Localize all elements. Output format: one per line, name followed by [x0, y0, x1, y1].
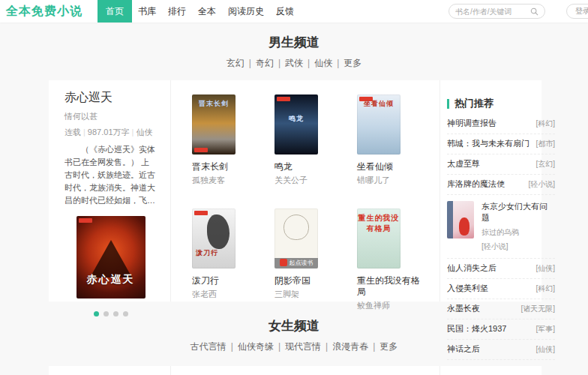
hot-item-title: 神话之后: [447, 344, 480, 355]
category-link[interactable]: 古代言情: [190, 341, 226, 352]
category-link[interactable]: 仙侠奇缘: [238, 341, 274, 352]
featured-book-cover[interactable]: 赤心巡天: [76, 216, 146, 298]
hot-item-tag: [轻小说]: [528, 179, 555, 190]
book-cover[interactable]: 晋末长剑: [192, 94, 236, 154]
hot-item-info: 东京少女们大有问题 掠过的乌鸦 [轻小说]: [482, 201, 555, 252]
hot-item[interactable]: 库洛牌的魔法使 [轻小说]: [447, 175, 555, 195]
book-cover[interactable]: 重生的我没有格局: [357, 208, 400, 268]
carousel-dots: [64, 311, 157, 316]
female-channel-card: 鉴昭行 热门推荐: [49, 366, 542, 375]
book-cover[interactable]: 坐看仙倾: [357, 94, 400, 154]
hot-item[interactable]: 仙人消失之后 [仙侠]: [447, 259, 555, 279]
book-author: 孤独麦客: [192, 175, 260, 186]
cover-title-text: 赤心巡天: [76, 273, 146, 286]
qidian-badge-icon: [79, 218, 92, 223]
category-separator: |: [308, 58, 310, 68]
banner-text: 起点读书: [290, 260, 314, 266]
accent-bar-icon: [447, 99, 449, 109]
site-logo[interactable]: 全本免费小说: [6, 4, 82, 20]
hot-item-featured[interactable]: 东京少女们大有问题 掠过的乌鸦 [轻小说]: [447, 195, 555, 259]
hot-item-tag: [科幻]: [536, 118, 555, 129]
hot-recommend-header: 热门推荐: [447, 97, 555, 110]
book-card: 起点读书 阴影帝国 三脚架: [274, 208, 342, 322]
search-box: [448, 4, 545, 19]
male-channel-categories: 玄幻|奇幻|武侠|仙侠|更多: [0, 57, 588, 70]
featured-book-title[interactable]: 赤心巡天: [64, 90, 157, 106]
thumb-art-figure: [459, 218, 470, 236]
qidian-badge-icon: [277, 97, 290, 101]
qidian-logo-icon: [280, 259, 287, 266]
hot-item[interactable]: 民国：烽火1937 [军事]: [447, 320, 555, 340]
hot-item-title: 民国：烽火1937: [447, 323, 506, 334]
hot-item[interactable]: 永墨长夜 [诸天无限]: [447, 299, 555, 320]
featured-book-meta: 连载|987.01万字|仙侠: [64, 127, 157, 138]
carousel-dot[interactable]: [94, 311, 99, 316]
category-link[interactable]: 更多: [344, 58, 362, 68]
hot-item[interactable]: 入侵美利坚 [科幻]: [447, 279, 555, 299]
search-icon[interactable]: [530, 8, 538, 16]
featured-book-genre: 仙侠: [136, 128, 152, 136]
cover-title-text: 鸣龙: [274, 114, 318, 124]
male-channel-card: 赤心巡天 情何以甚 连载|987.01万字|仙侠 （《赤心巡天》实体书已在全网发…: [49, 80, 542, 302]
qidian-reader-banner: 起点读书: [274, 258, 318, 268]
nav-item-complete[interactable]: 全本: [192, 0, 222, 22]
hot-item[interactable]: 神明调查报告 [科幻]: [447, 114, 555, 134]
hot-item[interactable]: 神话之后 [仙侠]: [447, 340, 555, 360]
category-link[interactable]: 现代言情: [285, 341, 321, 352]
hot-item-tag: [轻小说]: [482, 242, 555, 252]
book-title[interactable]: 鸣龙: [274, 161, 342, 172]
category-link[interactable]: 仙侠: [314, 58, 332, 68]
book-cover[interactable]: 起点读书: [274, 208, 318, 268]
category-link[interactable]: 奇幻: [256, 58, 274, 68]
category-link[interactable]: 武侠: [285, 58, 303, 68]
category-link[interactable]: 浪漫青春: [332, 341, 368, 352]
hot-recommend-title: 热门推荐: [454, 97, 494, 110]
hot-item-tag: [科幻]: [536, 284, 555, 294]
nav-item-ranking[interactable]: 排行: [162, 0, 192, 22]
book-grid: 晋末长剑 晋末长剑 孤独麦客 鸣龙 鸣龙 关关公子 坐看仙倾 坐看仙倾 错哪儿了: [171, 80, 440, 302]
book-author: 三脚架: [274, 289, 342, 300]
book-cover[interactable]: 鸣龙: [274, 94, 318, 154]
male-channel-title: 男生频道: [0, 34, 588, 51]
header: 全本免费小说 首页 书库 排行 全本 阅读历史 反馈 登录: [0, 0, 588, 22]
cover-art-sketch: [284, 214, 309, 240]
hot-item-tag: [诸天无限]: [520, 304, 555, 314]
book-title[interactable]: 阴影帝国: [274, 275, 342, 286]
category-link[interactable]: 更多: [380, 341, 398, 352]
book-title[interactable]: 重生的我没有格局: [357, 275, 424, 298]
nav-item-home[interactable]: 首页: [98, 0, 132, 22]
qidian-badge-icon: [194, 148, 208, 152]
book-title[interactable]: 坐看仙倾: [357, 161, 424, 172]
nav-item-library[interactable]: 书库: [132, 0, 162, 22]
featured-book-wordcount: 987.01万字: [88, 128, 130, 136]
nav-item-history[interactable]: 阅读历史: [222, 0, 270, 22]
book-title[interactable]: 晋末长剑: [192, 161, 260, 172]
hot-item[interactable]: 太虚至尊 [玄幻]: [447, 154, 555, 175]
hot-item-thumb-cover: [447, 201, 474, 238]
cover-art-ink-figure: [207, 214, 230, 249]
search-input[interactable]: [455, 8, 530, 16]
category-separator: |: [278, 58, 280, 68]
hot-item-title: 仙人消失之后: [447, 262, 496, 274]
carousel-dot[interactable]: [104, 311, 109, 316]
hot-item-title: 永墨长夜: [447, 303, 480, 314]
carousel-dot[interactable]: [123, 311, 128, 316]
featured-book-panel: 赤心巡天 情何以甚 连载|987.01万字|仙侠 （《赤心巡天》实体书已在全网发…: [49, 80, 171, 302]
login-button[interactable]: 登录: [566, 4, 588, 19]
hot-item-tag: [军事]: [536, 324, 555, 334]
category-separator: |: [231, 341, 233, 352]
nav-item-feedback[interactable]: 反馈: [270, 0, 300, 22]
book-author: 张老西: [192, 289, 260, 300]
book-card: 坐看仙倾 坐看仙倾 错哪儿了: [357, 94, 424, 208]
hot-item-title: 库洛牌的魔法使: [447, 178, 505, 190]
book-title[interactable]: 泼刀行: [192, 275, 260, 286]
book-card: 鸣龙 鸣龙 关关公子: [274, 94, 342, 208]
carousel-dot[interactable]: [113, 311, 118, 316]
category-link[interactable]: 玄幻: [226, 58, 244, 68]
hot-item-author: 掠过的乌鸦: [482, 227, 555, 238]
hot-item[interactable]: 韩城：我与未来有扇门 [都市]: [447, 134, 555, 154]
book-cover[interactable]: 泼刀行: [192, 208, 236, 268]
hot-recommend-panel: 热门推荐: [440, 366, 559, 375]
hot-recommend-panel: 热门推荐 神明调查报告 [科幻] 韩城：我与未来有扇门 [都市] 太虚至尊 [玄…: [440, 80, 559, 302]
hot-list: 神明调查报告 [科幻] 韩城：我与未来有扇门 [都市] 太虚至尊 [玄幻] 库洛…: [447, 114, 555, 360]
